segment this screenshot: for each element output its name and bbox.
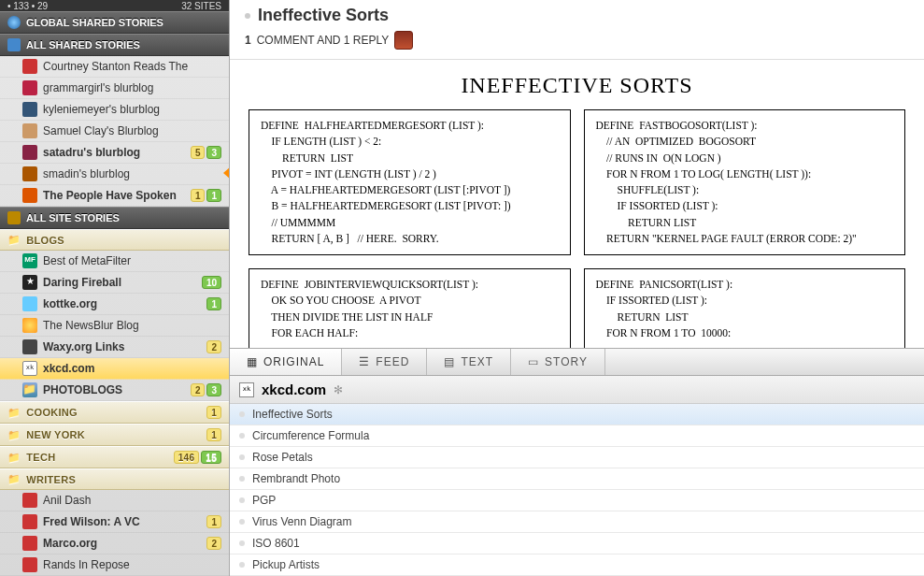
subfolder-item[interactable]: 📁PHOTOBLOGS23 [0,380,229,401]
feed-favicon: xk [239,382,254,397]
story-row-title: ISO 8601 [252,537,300,550]
unread-dot-icon [239,540,245,546]
shared-feed-item[interactable]: smadin's blurblog [0,164,229,185]
folder-header[interactable]: 📁NEW YORK1 [0,424,229,446]
folders-list: 📁BLOGSMFBest of MetaFilter★Daring Fireba… [0,229,229,576]
main-pane: Ineffective Sorts 1 COMMENT AND 1 REPLY … [230,0,924,576]
feed-name: smadin's blurblog [43,167,221,180]
folder-icon: 📁 [7,407,21,419]
comic-panel: DEFINE JOBINTERVIEWQUICKSORT(LIST ): OK … [249,268,571,348]
section-label: ALL SITE STORIES [26,212,120,223]
unread-badge: 1 [206,189,221,202]
feed-name: Best of MetaFilter [43,254,221,267]
grid-icon: ▦ [247,355,258,368]
folder-icon: 📁 [7,452,21,464]
folder-header[interactable]: 📁COOKING1 [0,401,229,424]
feed-item[interactable]: Anil Dash [0,490,229,511]
feed-favicon [22,296,37,311]
gear-icon[interactable]: ✻ [334,383,343,396]
tab-story[interactable]: ▭STORY [511,349,605,375]
section-label: ALL SHARED STORIES [26,39,140,50]
story-row[interactable]: ISO 8601 [230,533,924,554]
comic-panel: DEFINE PANICSORT(LIST ): IF ISSORTED (LI… [584,268,906,348]
feed-item[interactable]: kottke.org1 [0,294,229,315]
comic-panel: DEFINE FASTBOGOSORT(LIST ): // AN OPTIMI… [584,109,906,255]
shared-feed-item[interactable]: grammargirl's blurblog [0,78,229,99]
tab-label: STORY [545,355,588,368]
feed-item[interactable]: The NewsBlur Blog [0,315,229,337]
folder-icon: 📁 [7,234,21,246]
comment-count: 1 [245,34,251,47]
feed-favicon [22,80,37,95]
shared-feed-item[interactable]: Courtney Stanton Reads The [0,56,229,78]
folder-label: WRITERS [26,474,221,485]
story-icon: ▭ [528,355,539,368]
story-row[interactable]: Circumference Formula [230,425,924,447]
unread-badge: 1 [191,189,206,202]
story-row-title: Virus Venn Diagram [252,515,352,528]
story-row-title: PGP [252,494,276,507]
folder-header[interactable]: 📁WRITERS [0,468,229,490]
section-all-shared[interactable]: ALL SHARED STORIES [0,34,229,56]
feed-favicon [22,318,37,333]
feed-name: Courtney Stanton Reads The [43,60,221,73]
folder-header[interactable]: 📁TECH14615 [0,446,229,468]
tab-label: TEXT [461,355,493,368]
feed-name[interactable]: xkcd.com [262,382,326,397]
feed-favicon: xk [22,361,37,376]
story-row[interactable]: Pickup Artists [230,554,924,576]
section-global-shared[interactable]: GLOBAL SHARED STORIES [0,11,229,34]
unread-dot-icon [239,497,245,503]
shared-feed-item[interactable]: Samuel Clay's Blurblog [0,121,229,142]
story-title-text: Ineffective Sorts [258,6,389,25]
unread-badge: 2 [206,537,221,550]
arrow-indicator-icon [223,167,230,179]
folder-header[interactable]: 📁BLOGS [0,229,229,251]
folder-label: BLOGS [26,235,221,246]
badges: 2 [206,537,221,550]
feed-item[interactable]: xkxkcd.com [0,358,229,380]
story-comments[interactable]: 1 COMMENT AND 1 REPLY [245,31,909,50]
list-icon: ☰ [359,355,370,368]
unread-badge: 2 [191,383,206,396]
unread-badge: 3 [206,146,221,159]
folder-label: NEW YORK [26,429,201,440]
feed-item[interactable]: Marco.org2 [0,533,229,554]
feed-name: PHOTOBLOGS [43,383,185,396]
unread-badge: 1 [206,515,221,528]
feed-name: Rands In Repose [43,558,221,571]
commenter-avatar[interactable] [394,31,413,50]
section-all-site[interactable]: ALL SITE STORIES [0,207,229,229]
feed-item[interactable]: Rands In Repose [0,554,229,576]
badges: 1 [206,428,221,441]
story-row[interactable]: Rembrandt Photo [230,468,924,490]
story-row[interactable]: Rose Petals [230,447,924,468]
unread-dot-icon [239,476,245,482]
tab-feed[interactable]: ☰FEED [342,349,427,375]
feed-item[interactable]: ★Daring Fireball10 [0,272,229,294]
story-header: Ineffective Sorts 1 COMMENT AND 1 REPLY [230,0,924,53]
shared-feed-item[interactable]: The People Have Spoken11 [0,185,229,207]
feed-item[interactable]: Fred Wilson: A VC1 [0,511,229,533]
story-row[interactable]: Ineffective Sorts [230,404,924,425]
shared-feed-item[interactable]: kyleniemeyer's blurblog [0,99,229,121]
sidebar-topbar: • 133 • 29 32 SITES [0,0,229,11]
tab-original[interactable]: ▦ORIGINAL [230,349,342,375]
shared-feed-item[interactable]: satadru's blurblog53 [0,142,229,164]
feed-favicon [22,145,37,160]
story-row[interactable]: PGP [230,490,924,511]
story-row[interactable]: Virus Venn Diagram [230,511,924,533]
feed-favicon [22,339,37,354]
comic-panel: DEFINE HALFHEARTEDMERGESORT (LIST ): IF … [249,109,571,255]
unread-dot-icon [239,411,245,417]
feed-favicon [22,514,37,529]
feed-item[interactable]: MFBest of MetaFilter [0,251,229,272]
feed-favicon: ★ [22,275,37,290]
feed-item[interactable]: Waxy.org Links2 [0,337,229,358]
feed-header: xk xkcd.com ✻ [230,376,924,404]
feed-favicon [22,59,37,74]
unread-badge: 5 [191,146,206,159]
unread-badge: 146 [174,451,200,464]
tab-text[interactable]: ▤TEXT [427,349,511,375]
feed-name: xkcd.com [43,362,221,375]
